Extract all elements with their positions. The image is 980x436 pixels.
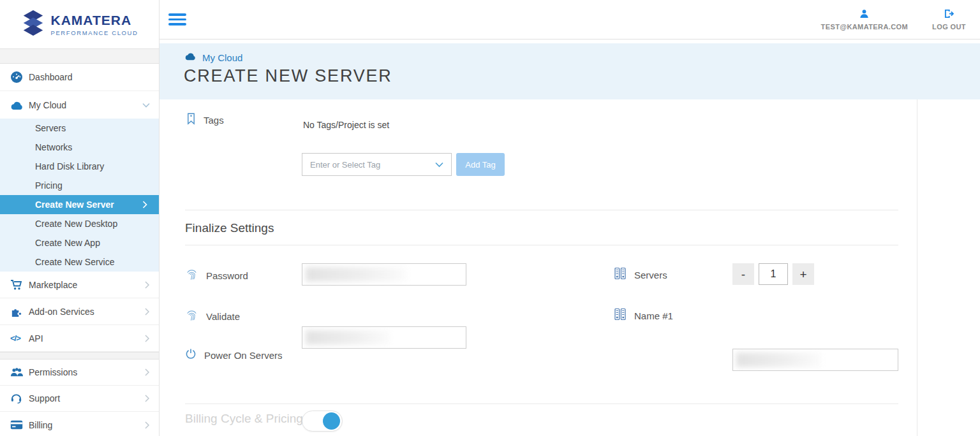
brand-tagline: PERFORMANCE CLOUD	[51, 29, 138, 36]
logout-icon	[944, 9, 954, 21]
blurred-value	[306, 330, 390, 345]
divider	[185, 210, 898, 210]
brand-logo[interactable]: KAMATERA PERFORMANCE CLOUD	[0, 0, 159, 48]
user-email: TEST@KAMATERA.COM	[821, 23, 908, 31]
chevron-right-icon	[145, 335, 150, 342]
power-icon	[185, 348, 197, 362]
my-cloud-submenu: Servers Networks Hard Disk Library Prici…	[0, 119, 159, 272]
tag-select[interactable]: Enter or Select Tag	[302, 153, 452, 176]
sidebar-item-create-new-server[interactable]: Create New Server	[0, 195, 159, 214]
page-title: CREATE NEW SERVER	[184, 66, 392, 86]
dashboard-icon	[10, 71, 27, 84]
kamatera-logo-icon	[21, 9, 45, 40]
sidebar-item-dashboard[interactable]: Dashboard	[0, 64, 159, 91]
chevron-right-icon	[145, 281, 150, 289]
fingerprint-icon	[185, 268, 198, 284]
headset-icon	[10, 393, 27, 404]
blurred-value	[306, 267, 407, 282]
sidebar-item-label: My Cloud	[27, 100, 142, 110]
servers-stepper: - 1 +	[732, 263, 814, 285]
bookmark-icon	[186, 113, 196, 127]
decrement-button[interactable]: -	[732, 263, 754, 285]
chevron-right-icon	[145, 421, 150, 429]
sidebar-item-label: Dashboard	[27, 72, 150, 82]
fingerprint-icon	[185, 309, 198, 324]
code-icon: </>	[10, 333, 27, 343]
sidebar-item-label: API	[27, 333, 145, 344]
sidebar-item-create-new-desktop[interactable]: Create New Desktop	[0, 214, 159, 233]
sidebar: KAMATERA PERFORMANCE CLOUD Dashboard My …	[0, 0, 160, 436]
divider	[185, 245, 898, 245]
sidebar-separator	[0, 352, 159, 360]
puzzle-icon	[10, 305, 27, 317]
cloud-icon	[10, 100, 27, 110]
sidebar-item-my-cloud[interactable]: My Cloud	[0, 91, 159, 119]
servers-count-value[interactable]: 1	[759, 263, 788, 285]
sidebar-item-marketplace[interactable]: Marketplace	[0, 272, 159, 298]
billing-cycle-heading: Billing Cycle & Pricing	[185, 412, 303, 426]
sidebar-item-create-new-app[interactable]: Create New App	[0, 233, 159, 252]
chevron-right-icon	[145, 368, 150, 376]
server-rack-icon	[614, 308, 627, 323]
chevron-right-icon	[142, 201, 147, 208]
tags-status-text: No Tags/Project is set	[303, 120, 389, 130]
finalize-settings-heading: Finalize Settings	[185, 221, 274, 235]
sidebar-item-label: Add-on Services	[27, 307, 145, 317]
server-name-input[interactable]	[732, 349, 898, 371]
sidebar-item-label: Permissions	[27, 367, 145, 377]
sidebar-separator	[0, 48, 159, 64]
toggle-knob	[323, 412, 340, 430]
tags-label: Tags	[204, 115, 224, 126]
blurred-value	[736, 352, 822, 367]
chevron-right-icon	[145, 308, 150, 316]
sidebar-item-label: Billing	[27, 420, 145, 430]
validate-input[interactable]	[302, 326, 466, 349]
logout-button[interactable]: LOG OUT	[932, 9, 966, 31]
sidebar-item-addon-services[interactable]: Add-on Services	[0, 298, 159, 325]
chevron-down-icon	[142, 103, 150, 108]
menu-toggle-icon[interactable]	[168, 11, 186, 28]
servers-label: Servers	[634, 270, 667, 280]
sidebar-item-billing[interactable]: Billing	[0, 412, 159, 436]
chevron-right-icon	[145, 395, 150, 402]
breadcrumb[interactable]: My Cloud	[184, 52, 242, 63]
sidebar-item-api[interactable]: </> API	[0, 325, 159, 352]
sidebar-item-support[interactable]: Support	[0, 386, 159, 412]
user-icon	[859, 9, 869, 21]
sidebar-item-label: Support	[27, 393, 145, 403]
top-bar: TEST@KAMATERA.COM LOG OUT	[160, 0, 980, 40]
power-on-toggle[interactable]	[302, 411, 343, 432]
power-on-servers-label: Power On Servers	[204, 350, 283, 361]
password-label: Password	[206, 270, 248, 281]
brand-name: KAMATERA	[51, 13, 138, 28]
content-right-border	[917, 99, 917, 436]
account-menu[interactable]: TEST@KAMATERA.COM	[821, 9, 908, 31]
sidebar-item-servers[interactable]: Servers	[0, 119, 159, 138]
sidebar-item-create-new-service[interactable]: Create New Service	[0, 252, 159, 272]
chevron-down-icon	[435, 159, 443, 170]
cart-icon	[10, 279, 27, 291]
password-input[interactable]	[302, 263, 466, 286]
sidebar-item-permissions[interactable]: Permissions	[0, 360, 159, 386]
users-icon	[10, 367, 27, 377]
increment-button[interactable]: +	[792, 263, 814, 285]
validate-label: Validate	[206, 311, 240, 322]
sidebar-item-label: Marketplace	[27, 280, 145, 290]
server-name-label: Name #1	[634, 310, 673, 321]
logout-label: LOG OUT	[932, 23, 966, 31]
cloud-icon	[184, 52, 197, 63]
tag-select-placeholder: Enter or Select Tag	[310, 160, 435, 170]
sidebar-item-hard-disk-library[interactable]: Hard Disk Library	[0, 157, 159, 176]
sidebar-item-networks[interactable]: Networks	[0, 138, 159, 157]
server-rack-icon	[614, 267, 627, 282]
main-content: Tags No Tags/Project is set Enter or Sel…	[160, 99, 980, 436]
credit-card-icon	[10, 420, 27, 430]
divider	[185, 403, 898, 404]
sidebar-item-pricing[interactable]: Pricing	[0, 176, 159, 195]
page-header: My Cloud CREATE NEW SERVER	[160, 43, 980, 99]
add-tag-button[interactable]: Add Tag	[456, 153, 505, 176]
